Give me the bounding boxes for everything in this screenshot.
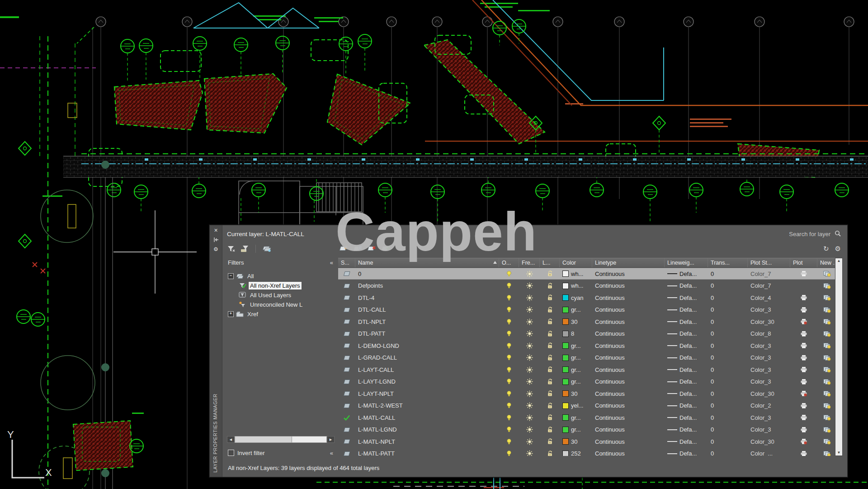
- filter-tree-item[interactable]: −All: [227, 271, 335, 281]
- color-swatch[interactable]: [562, 342, 569, 349]
- filters-horizontal-scrollbar[interactable]: ◀ ▶: [227, 436, 335, 443]
- layer-name[interactable]: L-MATL-PATT: [358, 450, 395, 456]
- lineweight-value[interactable]: Defa...: [679, 282, 697, 289]
- layer-freeze-icon[interactable]: [526, 282, 533, 289]
- linetype-value[interactable]: Continuous: [595, 354, 625, 361]
- linetype-value[interactable]: Continuous: [595, 402, 625, 409]
- layer-freeze-icon[interactable]: [526, 378, 533, 385]
- scroll-left-icon[interactable]: ◀: [227, 436, 235, 443]
- layer-name[interactable]: L-MATL-LGND: [358, 426, 397, 433]
- color-swatch[interactable]: [562, 451, 569, 456]
- transparency-value[interactable]: 0: [711, 402, 714, 409]
- layer-name[interactable]: Defpoints: [358, 282, 383, 289]
- layer-name[interactable]: DTL-4: [358, 294, 374, 301]
- delete-layer-button[interactable]: [367, 245, 376, 252]
- refresh-button[interactable]: ↻: [823, 245, 829, 252]
- lineweight-value[interactable]: Defa...: [679, 366, 697, 373]
- layer-on-icon[interactable]: [506, 330, 512, 337]
- layer-freeze-icon[interactable]: [526, 318, 533, 325]
- filter-tree-item[interactable]: All Used Layers: [227, 290, 335, 300]
- linetype-value[interactable]: Continuous: [595, 378, 625, 385]
- layer-name[interactable]: DTL-NPLT: [358, 318, 386, 325]
- color-swatch[interactable]: [562, 427, 569, 433]
- lineweight-value[interactable]: Defa...: [679, 378, 697, 385]
- layer-lock-icon[interactable]: [547, 438, 553, 445]
- new-vp-freeze-icon[interactable]: [823, 294, 831, 301]
- layer-row[interactable]: L-LAYT-CALLgr...ContinuousDefa...0Color_…: [338, 364, 835, 376]
- plot-icon[interactable]: [800, 271, 807, 277]
- linetype-value[interactable]: Continuous: [595, 342, 625, 349]
- plot-icon[interactable]: [800, 414, 807, 421]
- plot-icon[interactable]: [800, 331, 807, 337]
- layer-name[interactable]: L-DEMO-LGND: [358, 342, 399, 349]
- layer-on-icon[interactable]: [506, 450, 512, 456]
- expand-node-icon[interactable]: +: [228, 311, 234, 317]
- layer-row[interactable]: DTL-PATT8ContinuousDefa...0Color_8: [338, 328, 835, 340]
- collapse-node-icon[interactable]: −: [228, 273, 234, 279]
- new-vp-freeze-icon[interactable]: [823, 403, 831, 409]
- layer-on-icon[interactable]: [506, 318, 512, 325]
- layer-on-icon[interactable]: [506, 426, 512, 433]
- plot-icon[interactable]: [800, 379, 807, 385]
- plot-icon[interactable]: [800, 427, 807, 433]
- color-swatch[interactable]: [562, 283, 569, 289]
- layer-row[interactable]: L-LAYT-NPLT30ContinuousDefa...0Color_30: [338, 388, 835, 400]
- column-header[interactable]: L...: [540, 258, 560, 267]
- layer-row[interactable]: L-LAYT-LGNDgr...ContinuousDefa...0Color_…: [338, 375, 835, 388]
- transparency-value[interactable]: 0: [711, 330, 714, 337]
- plot-icon[interactable]: [800, 342, 807, 349]
- column-header[interactable]: Fre...: [519, 258, 540, 267]
- transparency-value[interactable]: 0: [711, 450, 714, 456]
- column-header[interactable]: S...: [338, 258, 355, 267]
- layer-name[interactable]: DTL-CALL: [358, 306, 386, 313]
- layer-freeze-icon[interactable]: [526, 342, 533, 349]
- layer-row[interactable]: L-MATL-PATT252ContinuousDefa...0Color_..…: [338, 447, 835, 456]
- plot-icon[interactable]: [800, 366, 807, 373]
- linetype-value[interactable]: Continuous: [595, 306, 625, 313]
- scroll-down-icon[interactable]: ▼: [837, 451, 841, 455]
- collapse-filters-icon[interactable]: «: [330, 259, 333, 266]
- transparency-value[interactable]: 0: [711, 282, 714, 289]
- layer-freeze-icon[interactable]: [526, 414, 533, 421]
- layer-row[interactable]: DTL-4cyanContinuousDefa...0Color_4: [338, 292, 835, 304]
- lineweight-value[interactable]: Defa...: [679, 438, 697, 445]
- layer-on-icon[interactable]: [506, 306, 512, 313]
- lineweight-value[interactable]: Defa...: [679, 318, 697, 325]
- no-plot-icon[interactable]: [800, 390, 807, 397]
- new-vp-freeze-icon[interactable]: [823, 271, 831, 277]
- column-header[interactable]: Trans...: [708, 258, 748, 267]
- lineweight-value[interactable]: Defa...: [679, 342, 697, 349]
- color-swatch[interactable]: [562, 379, 569, 385]
- layer-lock-icon[interactable]: [547, 331, 553, 337]
- new-layer-vp-frozen-button[interactable]: [353, 245, 362, 252]
- layer-name[interactable]: L-GRAD-CALL: [358, 354, 397, 361]
- transparency-value[interactable]: 0: [711, 342, 714, 349]
- new-vp-freeze-icon[interactable]: [823, 414, 831, 421]
- layer-lock-icon[interactable]: [547, 271, 553, 277]
- column-header[interactable]: Linetype: [592, 258, 665, 267]
- search-icon[interactable]: [835, 230, 841, 238]
- layer-lock-icon[interactable]: [547, 307, 553, 313]
- color-swatch[interactable]: [562, 390, 569, 397]
- transparency-value[interactable]: 0: [711, 390, 714, 397]
- lineweight-value[interactable]: Defa...: [679, 271, 697, 277]
- layer-lock-icon[interactable]: [547, 318, 553, 325]
- lineweight-value[interactable]: Defa...: [679, 390, 697, 397]
- new-vp-freeze-icon[interactable]: [823, 379, 831, 385]
- layer-lock-icon[interactable]: [547, 414, 553, 421]
- collapse-invert-icon[interactable]: «: [330, 450, 333, 456]
- filter-tree-item[interactable]: All non-Xref Layers: [227, 281, 335, 290]
- layer-freeze-icon[interactable]: [526, 450, 533, 456]
- lineweight-value[interactable]: Defa...: [679, 402, 697, 409]
- layer-row[interactable]: Defpointswh...ContinuousDefa...0Color_7: [338, 280, 835, 292]
- layer-lock-icon[interactable]: [547, 294, 553, 301]
- layer-freeze-icon[interactable]: [526, 402, 533, 409]
- layer-on-icon[interactable]: [506, 378, 512, 385]
- layer-name[interactable]: L-MATL-CALL: [358, 414, 395, 421]
- layer-lock-icon[interactable]: [547, 390, 553, 397]
- scroll-right-icon[interactable]: ▶: [327, 436, 335, 443]
- scrollbar-thumb[interactable]: [235, 437, 292, 442]
- layer-freeze-icon[interactable]: [526, 306, 533, 313]
- new-vp-freeze-icon[interactable]: [823, 307, 831, 313]
- new-layer-button[interactable]: [339, 245, 348, 252]
